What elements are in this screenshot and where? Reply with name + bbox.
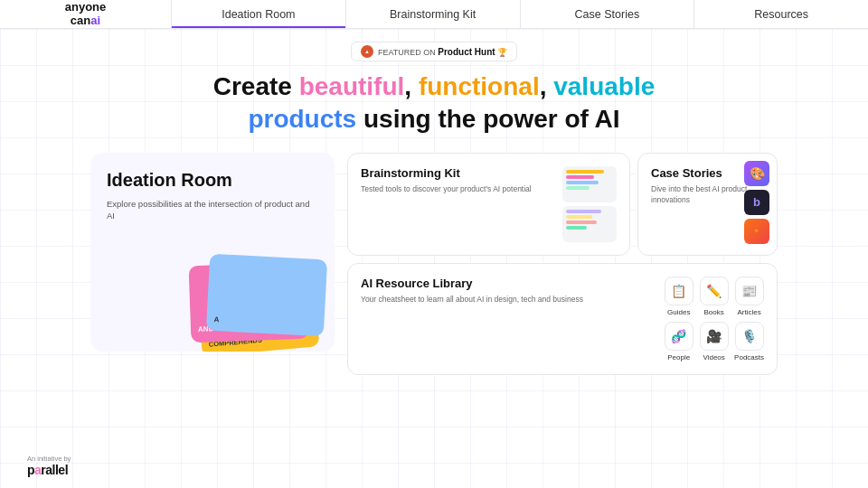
nav-item-resources[interactable]: Resources [694,0,868,28]
ideation-room-card[interactable]: Ideation Room Explore possibilities at t… [90,153,335,352]
app-icons: 🎨 b 🔸 [744,161,769,244]
main-content: FEATURED ON Product Hunt 🏆 Create beauti… [0,29,868,488]
product-hunt-badge[interactable]: FEATURED ON Product Hunt 🏆 [351,42,517,61]
nav-item-case-stories[interactable]: Case Stories [521,0,695,28]
logo[interactable]: anyonecanai [0,0,172,28]
resource-description: Your cheatsheet to learn all about AI in… [361,295,653,305]
resource-grid: 📋 Guides ✏️ Books 📰 Articles 🧬 People [664,277,764,361]
podcasts-label: Podcasts [734,353,764,361]
guides-icon: 📋 [665,277,693,305]
cards-row: Ideation Room Explore possibilities at t… [90,153,778,375]
footer-brand: parallel [27,463,71,477]
hero-headline: Create beautiful, functional, valuable p… [213,70,656,136]
brainstorm-title: Brainstorming Kit [361,166,553,181]
resource-item-articles[interactable]: 📰 Articles [734,277,764,316]
people-label: People [667,353,690,361]
product-hunt-text: FEATURED ON Product Hunt 🏆 [378,47,507,57]
brainstorming-kit-card[interactable]: Brainstorming Kit Tested tools to discov… [347,153,630,256]
kit-thumb-1 [562,166,617,202]
brainstorm-description: Tested tools to discover your product's … [361,184,553,195]
videos-label: Videos [703,353,724,361]
books-icon: ✏️ [700,277,729,305]
articles-icon: 📰 [735,277,764,305]
podcasts-icon: 🎙️ [735,322,764,351]
stacked-card-blue: A [206,253,327,336]
kit-thumb-2 [562,206,617,242]
resource-left: AI Resource Library Your cheatsheet to l… [361,277,653,361]
ideation-room-description: Explore possibilities at the intersectio… [107,198,318,222]
stacked-cards-visual: ↻ AI READS AND COMPREHENDS AND A [181,225,335,352]
articles-label: Articles [737,308,760,316]
app-icon-dark: b [744,190,769,215]
resource-item-guides[interactable]: 📋 Guides [664,277,693,316]
footer: An initiative by parallel [27,455,71,477]
navigation: anyonecanai Ideation Room Brainstorming … [0,0,868,29]
case-stories-card[interactable]: 🎨 b 🔸 Case Stories Dive into the best AI… [637,153,778,256]
books-label: Books [704,308,724,316]
resource-title: AI Resource Library [361,277,653,291]
brainstorm-thumbnails [562,166,617,242]
app-icon-purple: 🎨 [744,161,769,186]
resource-item-videos[interactable]: 🎥 Videos [699,322,729,361]
resource-item-books[interactable]: ✏️ Books [699,277,729,316]
resource-item-podcasts[interactable]: 🎙️ Podcasts [734,322,764,361]
nav-items: Ideation Room Brainstorming Kit Case Sto… [172,0,868,28]
nav-item-brainstorming-kit[interactable]: Brainstorming Kit [346,0,521,28]
right-top-row: Brainstorming Kit Tested tools to discov… [347,153,778,256]
footer-initiative-text: An initiative by [27,455,71,463]
logo-text: anyonecanai [65,1,107,27]
resource-item-people[interactable]: 🧬 People [664,322,693,361]
hero-section: Create beautiful, functional, valuable p… [213,70,656,136]
videos-icon: 🎥 [700,322,729,351]
ideation-room-title: Ideation Room [107,169,318,191]
product-hunt-icon [361,45,373,58]
people-icon: 🧬 [665,322,693,351]
brainstorm-left: Brainstorming Kit Tested tools to discov… [361,166,553,242]
right-panel: Brainstorming Kit Tested tools to discov… [347,153,778,375]
ai-resource-library-card[interactable]: AI Resource Library Your cheatsheet to l… [347,263,778,375]
guides-label: Guides [667,308,690,316]
nav-item-ideation-room[interactable]: Ideation Room [172,0,346,28]
app-icon-orange: 🔸 [744,219,769,244]
